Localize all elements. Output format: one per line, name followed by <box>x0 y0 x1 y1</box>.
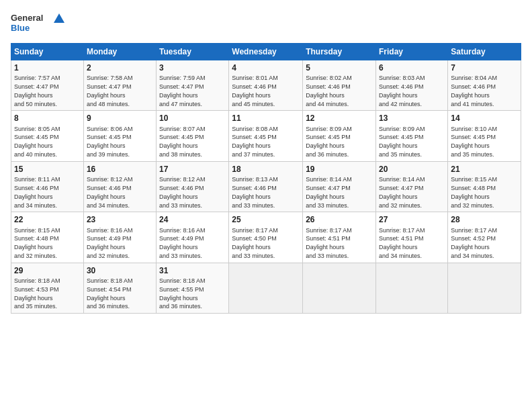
calendar-cell: 17Sunrise: 8:12 AMSunset: 4:46 PMDayligh… <box>157 161 229 212</box>
day-detail: Sunrise: 8:12 AMSunset: 4:46 PMDaylight … <box>87 176 133 208</box>
day-number: 5 <box>306 62 373 73</box>
day-detail: Sunrise: 8:17 AMSunset: 4:50 PMDaylight … <box>232 227 278 259</box>
day-number: 31 <box>159 265 226 276</box>
svg-text:General: General <box>11 13 43 23</box>
day-number: 30 <box>87 265 153 276</box>
day-number: 21 <box>451 164 518 175</box>
svg-text:Blue: Blue <box>11 23 30 33</box>
header: General Blue <box>11 11 521 36</box>
day-detail: Sunrise: 8:09 AMSunset: 4:45 PMDaylight … <box>379 126 425 158</box>
calendar-cell: 19Sunrise: 8:14 AMSunset: 4:47 PMDayligh… <box>303 161 376 212</box>
day-number: 12 <box>306 113 373 124</box>
day-detail: Sunrise: 8:15 AMSunset: 4:48 PMDaylight … <box>14 227 60 259</box>
day-number: 29 <box>14 265 81 276</box>
day-number: 16 <box>87 164 153 175</box>
logo: General Blue <box>11 11 64 36</box>
calendar-cell: 16Sunrise: 8:12 AMSunset: 4:46 PMDayligh… <box>83 161 156 212</box>
calendar-cell: 18Sunrise: 8:13 AMSunset: 4:46 PMDayligh… <box>229 161 303 212</box>
day-detail: Sunrise: 7:57 AMSunset: 4:47 PMDaylight … <box>14 75 60 107</box>
calendar-cell: 13Sunrise: 8:09 AMSunset: 4:45 PMDayligh… <box>376 111 448 161</box>
calendar-cell: 24Sunrise: 8:16 AMSunset: 4:49 PMDayligh… <box>157 212 229 263</box>
calendar-cell: 26Sunrise: 8:17 AMSunset: 4:51 PMDayligh… <box>303 212 376 263</box>
day-number: 10 <box>159 113 226 124</box>
day-number: 6 <box>379 62 445 73</box>
day-number: 14 <box>451 113 518 124</box>
calendar-week-2: 8Sunrise: 8:05 AMSunset: 4:45 PMDaylight… <box>11 111 521 161</box>
day-number: 15 <box>14 164 81 175</box>
calendar-cell: 30Sunrise: 8:18 AMSunset: 4:54 PMDayligh… <box>83 263 156 313</box>
calendar-cell: 10Sunrise: 8:07 AMSunset: 4:45 PMDayligh… <box>157 111 229 161</box>
col-header-wednesday: Wednesday <box>229 44 303 60</box>
calendar-cell: 14Sunrise: 8:10 AMSunset: 4:45 PMDayligh… <box>448 111 521 161</box>
calendar-cell: 4Sunrise: 8:01 AMSunset: 4:46 PMDaylight… <box>229 60 303 111</box>
logo-svg: General Blue <box>11 11 64 36</box>
day-detail: Sunrise: 8:18 AMSunset: 4:53 PMDaylight … <box>14 277 60 310</box>
day-number: 27 <box>379 214 445 225</box>
day-number: 8 <box>14 113 81 124</box>
day-number: 24 <box>159 214 226 225</box>
calendar-cell: 7Sunrise: 8:04 AMSunset: 4:46 PMDaylight… <box>448 60 521 111</box>
day-detail: Sunrise: 8:06 AMSunset: 4:45 PMDaylight … <box>87 126 133 158</box>
day-detail: Sunrise: 8:10 AMSunset: 4:45 PMDaylight … <box>451 126 497 158</box>
calendar-cell: 15Sunrise: 8:11 AMSunset: 4:46 PMDayligh… <box>11 161 84 212</box>
calendar-cell: 29Sunrise: 8:18 AMSunset: 4:53 PMDayligh… <box>11 263 84 313</box>
calendar-cell: 8Sunrise: 8:05 AMSunset: 4:45 PMDaylight… <box>11 111 84 161</box>
day-number: 11 <box>232 113 300 124</box>
day-number: 20 <box>379 164 445 175</box>
day-number: 17 <box>159 164 226 175</box>
day-detail: Sunrise: 8:15 AMSunset: 4:48 PMDaylight … <box>451 176 497 208</box>
day-number: 18 <box>232 164 300 175</box>
calendar-cell <box>229 263 303 313</box>
day-number: 26 <box>306 214 373 225</box>
day-number: 3 <box>159 62 226 73</box>
day-number: 19 <box>306 164 373 175</box>
day-number: 1 <box>14 62 81 73</box>
calendar-cell <box>376 263 448 313</box>
calendar-cell: 1Sunrise: 7:57 AMSunset: 4:47 PMDaylight… <box>11 60 84 111</box>
calendar-cell: 31Sunrise: 8:18 AMSunset: 4:55 PMDayligh… <box>157 263 229 313</box>
calendar-cell <box>448 263 521 313</box>
calendar-week-5: 29Sunrise: 8:18 AMSunset: 4:53 PMDayligh… <box>11 263 521 313</box>
page-container: General Blue SundayMondayTuesdayWednesda… <box>0 0 532 319</box>
day-detail: Sunrise: 8:04 AMSunset: 4:46 PMDaylight … <box>451 75 497 107</box>
day-detail: Sunrise: 8:01 AMSunset: 4:46 PMDaylight … <box>232 75 278 107</box>
calendar-cell: 3Sunrise: 7:59 AMSunset: 4:47 PMDaylight… <box>157 60 229 111</box>
day-detail: Sunrise: 8:18 AMSunset: 4:55 PMDaylight … <box>159 277 206 310</box>
calendar-cell: 21Sunrise: 8:15 AMSunset: 4:48 PMDayligh… <box>448 161 521 212</box>
day-detail: Sunrise: 8:16 AMSunset: 4:49 PMDaylight … <box>87 227 133 259</box>
col-header-friday: Friday <box>376 44 448 60</box>
calendar-cell: 6Sunrise: 8:03 AMSunset: 4:46 PMDaylight… <box>376 60 448 111</box>
day-number: 25 <box>232 214 300 225</box>
day-detail: Sunrise: 8:07 AMSunset: 4:45 PMDaylight … <box>159 126 206 158</box>
day-number: 7 <box>451 62 518 73</box>
day-detail: Sunrise: 8:17 AMSunset: 4:51 PMDaylight … <box>306 227 352 259</box>
day-detail: Sunrise: 8:03 AMSunset: 4:46 PMDaylight … <box>379 75 425 107</box>
calendar-week-4: 22Sunrise: 8:15 AMSunset: 4:48 PMDayligh… <box>11 212 521 263</box>
calendar-cell: 22Sunrise: 8:15 AMSunset: 4:48 PMDayligh… <box>11 212 84 263</box>
calendar-cell: 12Sunrise: 8:09 AMSunset: 4:45 PMDayligh… <box>303 111 376 161</box>
calendar-header-row: SundayMondayTuesdayWednesdayThursdayFrid… <box>11 44 521 60</box>
day-detail: Sunrise: 8:14 AMSunset: 4:47 PMDaylight … <box>306 176 352 208</box>
day-detail: Sunrise: 8:17 AMSunset: 4:52 PMDaylight … <box>451 227 497 259</box>
calendar-cell: 28Sunrise: 8:17 AMSunset: 4:52 PMDayligh… <box>448 212 521 263</box>
day-detail: Sunrise: 8:12 AMSunset: 4:46 PMDaylight … <box>159 176 206 208</box>
day-detail: Sunrise: 7:59 AMSunset: 4:47 PMDaylight … <box>159 75 206 107</box>
calendar-cell: 20Sunrise: 8:14 AMSunset: 4:47 PMDayligh… <box>376 161 448 212</box>
day-detail: Sunrise: 8:16 AMSunset: 4:49 PMDaylight … <box>159 227 206 259</box>
calendar-cell: 23Sunrise: 8:16 AMSunset: 4:49 PMDayligh… <box>83 212 156 263</box>
day-number: 2 <box>87 62 153 73</box>
day-number: 13 <box>379 113 445 124</box>
day-detail: Sunrise: 8:08 AMSunset: 4:45 PMDaylight … <box>232 126 278 158</box>
calendar-cell: 11Sunrise: 8:08 AMSunset: 4:45 PMDayligh… <box>229 111 303 161</box>
day-detail: Sunrise: 8:13 AMSunset: 4:46 PMDaylight … <box>232 176 278 208</box>
day-detail: Sunrise: 8:17 AMSunset: 4:51 PMDaylight … <box>379 227 425 259</box>
day-detail: Sunrise: 7:58 AMSunset: 4:47 PMDaylight … <box>87 75 133 107</box>
day-detail: Sunrise: 8:02 AMSunset: 4:46 PMDaylight … <box>306 75 352 107</box>
calendar-cell: 27Sunrise: 8:17 AMSunset: 4:51 PMDayligh… <box>376 212 448 263</box>
calendar-cell: 25Sunrise: 8:17 AMSunset: 4:50 PMDayligh… <box>229 212 303 263</box>
col-header-sunday: Sunday <box>11 44 84 60</box>
col-header-thursday: Thursday <box>303 44 376 60</box>
col-header-monday: Monday <box>83 44 156 60</box>
calendar-week-3: 15Sunrise: 8:11 AMSunset: 4:46 PMDayligh… <box>11 161 521 212</box>
day-number: 22 <box>14 214 81 225</box>
